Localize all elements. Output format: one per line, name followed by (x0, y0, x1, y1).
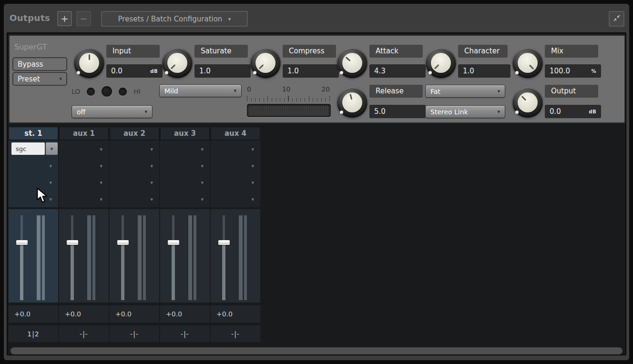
channel-header[interactable]: st. 1 (9, 127, 58, 140)
effect-slot-4[interactable]: ▾ (211, 191, 260, 207)
output-unit-label: dB (589, 109, 596, 114)
compress-label: Compress (283, 45, 336, 58)
remove-channel-button[interactable]: − (76, 11, 91, 26)
horizontal-scrollbar[interactable] (10, 347, 623, 354)
chevron-down-icon: ▾ (251, 196, 254, 202)
output-knob[interactable] (512, 87, 543, 118)
collapse-arrows-icon (613, 14, 621, 24)
mix-value[interactable]: 100.0 % (545, 64, 601, 78)
effect-slot-4[interactable]: ▾ (9, 191, 58, 207)
collapse-view-button[interactable] (609, 11, 624, 27)
effect-slot-1[interactable]: ▾ (110, 141, 159, 157)
output-value[interactable]: 0.0 dB (545, 105, 601, 118)
chevron-down-icon: ▾ (144, 109, 147, 115)
mix-knob[interactable] (512, 48, 543, 78)
saturate-mode-dropdown[interactable]: Mild ▾ (159, 84, 242, 97)
presets-batch-configuration-dropdown[interactable]: Presets / Batch Configuration ▾ (101, 11, 248, 27)
gain-reduction-meter (247, 104, 331, 117)
compress-knob[interactable] (250, 48, 281, 78)
attack-label: Attack (369, 45, 423, 58)
preset-label: Preset (18, 75, 40, 83)
attack-value[interactable]: 4.3 (369, 64, 426, 78)
volume-fader-handle[interactable] (218, 240, 230, 245)
lo-hi-indicator-row: LO HI (71, 85, 141, 98)
output-routing[interactable]: -|- (211, 325, 260, 342)
gain-value[interactable]: +0.0 (110, 305, 159, 323)
sidechain-routing-dropdown[interactable]: off ▾ (71, 105, 153, 118)
channel-header[interactable]: aux 1 (59, 127, 109, 140)
stereo-link-dropdown[interactable]: Stereo Link ▾ (425, 105, 505, 118)
preset-dropdown[interactable]: Preset ▾ (12, 72, 67, 86)
volume-fader-handle[interactable] (16, 240, 28, 245)
saturate-value[interactable]: 1.0 (194, 64, 251, 78)
input-knob[interactable] (74, 48, 104, 78)
channel-header[interactable]: aux 3 (160, 127, 210, 140)
effect-slot-1[interactable]: sgc ▾ (9, 141, 58, 157)
effect-slot-4[interactable]: ▾ (110, 191, 159, 207)
effect-slot-2[interactable]: ▾ (211, 157, 260, 174)
effect-slot-selector-button[interactable]: ▾ (46, 142, 58, 155)
add-channel-button[interactable]: + (57, 11, 72, 26)
input-value[interactable]: 0.0 dB (106, 64, 163, 78)
chevron-down-icon: ▾ (201, 146, 204, 152)
release-label: Release (369, 85, 423, 98)
saturate-knob[interactable] (162, 48, 193, 78)
volume-fader-handle[interactable] (168, 240, 179, 245)
effect-slot-selector[interactable]: sgc (11, 142, 45, 155)
character-value[interactable]: 1.0 (458, 64, 510, 78)
attack-knob[interactable] (337, 48, 368, 78)
outputs-content-area: SuperGT Bypass Preset ▾ LO HI off (7, 32, 626, 355)
effect-slot-1[interactable]: ▾ (59, 141, 109, 157)
knob-glint (165, 71, 168, 74)
presets-dropdown-label: Presets / Batch Configuration (118, 15, 223, 23)
fader-section (160, 209, 210, 303)
attack-value-text: 4.3 (374, 67, 386, 75)
effect-slot-4[interactable]: ▾ (160, 191, 210, 207)
effect-slot-1[interactable]: ▾ (211, 141, 260, 157)
character-value-text: 1.0 (463, 67, 474, 75)
effect-slot-3[interactable]: ▾ (59, 174, 109, 191)
effect-slot-3[interactable]: ▾ (9, 174, 58, 191)
effect-slot-2[interactable]: ▾ (160, 157, 210, 174)
saturate-value-text: 1.0 (199, 67, 211, 75)
character-knob[interactable] (426, 48, 456, 78)
effect-slot-2[interactable]: ▾ (59, 157, 109, 174)
output-routing[interactable]: -|- (110, 325, 159, 342)
gain-value[interactable]: +0.0 (59, 305, 109, 323)
gain-value[interactable]: +0.0 (211, 305, 260, 323)
chevron-down-icon: ▾ (49, 162, 52, 169)
effect-slot-3[interactable]: ▾ (211, 174, 260, 191)
fader-section (110, 209, 159, 303)
volume-fader-handle[interactable] (117, 240, 129, 245)
volume-fader-handle[interactable] (67, 240, 78, 245)
character-mode-dropdown[interactable]: Fat ▾ (425, 85, 505, 98)
effect-slot-2[interactable]: ▾ (110, 157, 159, 174)
output-routing[interactable]: -|- (59, 325, 109, 342)
input-unit-label: dB (150, 69, 158, 74)
release-value[interactable]: 5.0 (369, 105, 426, 118)
meter-stripes (249, 106, 329, 115)
output-routing[interactable]: 1|2 (9, 325, 58, 342)
effect-slot-3[interactable]: ▾ (160, 174, 210, 191)
effect-slot-1[interactable]: ▾ (160, 141, 210, 157)
gain-value[interactable]: +0.0 (9, 305, 58, 323)
chevron-down-icon: ▾ (234, 88, 236, 94)
compress-value[interactable]: 1.0 (283, 64, 339, 78)
effect-slot-4[interactable]: ▾ (59, 191, 109, 207)
effect-slot-2[interactable]: ▾ (9, 157, 58, 174)
fader-track-fill (71, 244, 74, 300)
channel-header[interactable]: aux 2 (110, 127, 159, 140)
channel-strip-aux4: aux 4 ▾ ▾ ▾ ▾ +0.0 -|- (211, 127, 260, 342)
level-meter-right (194, 215, 196, 300)
level-meter-left (37, 215, 41, 300)
mouse-cursor (36, 188, 49, 204)
effect-slot-3[interactable]: ▾ (110, 174, 159, 191)
lo-label: LO (71, 88, 80, 95)
channel-header[interactable]: aux 4 (211, 127, 260, 140)
fader-track (122, 215, 124, 244)
bypass-button[interactable]: Bypass (12, 57, 67, 71)
gain-value[interactable]: +0.0 (160, 305, 210, 323)
gain-reduction-scale: 0 10 20 (247, 85, 330, 93)
release-knob[interactable] (337, 87, 368, 118)
output-routing[interactable]: -|- (160, 325, 210, 342)
